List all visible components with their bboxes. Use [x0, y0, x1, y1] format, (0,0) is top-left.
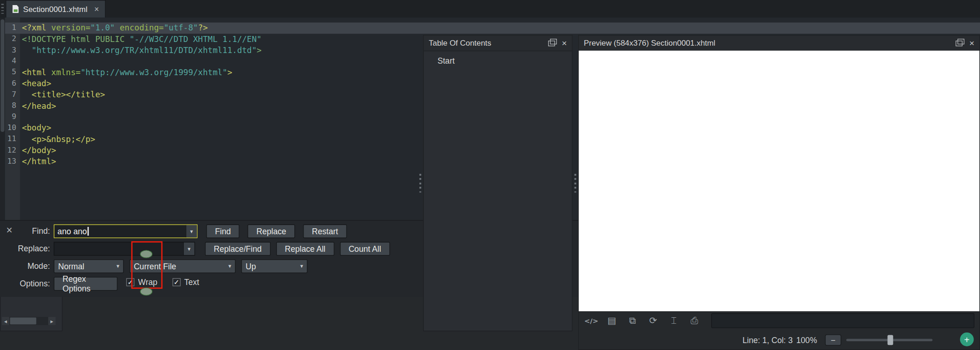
- line-number: 9: [5, 112, 20, 123]
- annotation-dot-top: [140, 250, 152, 258]
- line-number: 4: [5, 56, 20, 67]
- line-number: 5: [5, 67, 20, 78]
- copy-icon[interactable]: ⧉: [624, 313, 640, 328]
- html-file-icon: [12, 5, 19, 13]
- line-number: 2: [5, 34, 20, 45]
- vscroll-thumb[interactable]: [0, 19, 4, 132]
- tab-section0001[interactable]: Section0001.xhtml ×: [6, 0, 106, 18]
- dropdown-value: Up: [245, 261, 295, 271]
- status-line-col: Line: 1, Col: 3: [742, 336, 793, 345]
- toc-item-start[interactable]: Start: [424, 55, 572, 67]
- code-text: "http://www.w3.org/TR/xhtml11/DTD/xhtml1…: [20, 45, 262, 56]
- tab-label: Section0001.xhtml: [23, 5, 87, 13]
- checkbox-text-box[interactable]: ✓: [173, 278, 181, 286]
- find-dropdown-icon[interactable]: ▾: [185, 225, 197, 237]
- find-buttons-row: FindReplaceRestart: [206, 225, 347, 238]
- line-number: 7: [5, 89, 20, 101]
- preview-viewport[interactable]: [579, 51, 979, 311]
- code-text: <p>&nbsp;</p>: [20, 134, 95, 145]
- zoom-in-button[interactable]: +: [960, 332, 974, 346]
- find-value: ano ano: [58, 226, 87, 236]
- code-text: <head>: [20, 78, 51, 89]
- tab-bar: Section0001.xhtml ×: [0, 0, 980, 18]
- status-zoom-percent: 100%: [796, 336, 817, 345]
- code-view-icon[interactable]: </>: [583, 313, 599, 328]
- float-panel-icon[interactable]: [956, 40, 962, 46]
- restart-button[interactable]: Restart: [303, 225, 347, 238]
- cursor-icon[interactable]: ⌶: [666, 313, 682, 328]
- checkbox-label: Text: [184, 278, 199, 287]
- print-icon[interactable]: ⎙: [686, 313, 702, 328]
- line-number: 1: [5, 23, 20, 34]
- mode-dropdown-normal[interactable]: Normal▾: [54, 259, 124, 273]
- line-number: 10: [5, 123, 20, 134]
- line-number: 11: [5, 134, 20, 145]
- book-browser-hscrollbar[interactable]: ◂ ▸: [2, 317, 55, 325]
- line-number: 13: [5, 156, 20, 167]
- replace-dropdown-icon[interactable]: ▾: [183, 243, 194, 255]
- code-text: </head>: [20, 101, 56, 112]
- toc-panel: Table Of Contents × Start: [423, 35, 573, 331]
- toc-list: Start: [424, 55, 572, 67]
- code-text: </body>: [20, 145, 56, 156]
- code-text: [20, 112, 22, 123]
- replace-find-button[interactable]: Replace/Find: [205, 242, 270, 256]
- preview-toolbar-bar: [711, 313, 974, 328]
- replace-input[interactable]: ▾: [54, 242, 195, 256]
- code-text: </html>: [20, 156, 56, 167]
- text-cursor: [88, 227, 89, 236]
- annotation-rectangle: [131, 241, 162, 289]
- chevron-down-icon: ▾: [223, 263, 231, 270]
- hscroll-thumb[interactable]: [10, 318, 36, 325]
- zoom-slider[interactable]: [846, 339, 932, 341]
- find-button[interactable]: Find: [206, 225, 239, 238]
- replace-all-button[interactable]: Replace All: [276, 242, 334, 256]
- splitter-dots-icon: [574, 174, 576, 193]
- annotation-dot-bottom: [140, 287, 152, 296]
- close-tab-icon[interactable]: ×: [94, 4, 99, 13]
- preview-panel: Preview (584x376) Section0001.xhtml × </…: [578, 35, 980, 350]
- toc-header: Table Of Contents ×: [424, 36, 572, 51]
- code-text: <!DOCTYPE html PUBLIC "-//W3C//DTD XHTML…: [20, 34, 262, 45]
- toc-title: Table Of Contents: [429, 39, 545, 47]
- splitter-dots-icon: [419, 174, 421, 193]
- refresh-icon[interactable]: ⟳: [645, 313, 661, 328]
- line-number: 12: [5, 145, 20, 156]
- splitter-handle[interactable]: [418, 35, 423, 331]
- chevron-down-icon: ▾: [295, 263, 303, 270]
- checkbox-text[interactable]: ✓Text: [173, 278, 199, 287]
- find-input[interactable]: ano ano ▾: [54, 225, 197, 238]
- mode-dropdowns-row: Normal▾Current File▾Up▾: [54, 259, 307, 273]
- count-all-button[interactable]: Count All: [340, 242, 389, 256]
- preview-header: Preview (584x376) Section0001.xhtml ×: [579, 36, 979, 51]
- code-text: <title></title>: [20, 89, 105, 101]
- select-all-icon[interactable]: ▤: [604, 313, 620, 328]
- regex-options-button[interactable]: Regex Options: [54, 277, 117, 291]
- tabbar-grip-icon[interactable]: [1, 4, 4, 14]
- editor-vscrollbar[interactable]: [0, 18, 5, 220]
- replace-button[interactable]: Replace: [248, 225, 295, 238]
- code-text: <?xml version="1.0" encoding="utf-8"?>: [20, 23, 208, 34]
- code-text: [20, 56, 22, 67]
- chevron-down-icon: ▾: [112, 263, 120, 270]
- scroll-right-icon[interactable]: ▸: [48, 317, 55, 325]
- hscroll-track[interactable]: [9, 317, 48, 325]
- editor-panel: Section0001.xhtml × 1<?xml version="1.0"…: [0, 0, 355, 296]
- code-text: <html xmlns="http://www.w3.org/1999/xhtm…: [20, 67, 232, 78]
- splitter-handle[interactable]: [573, 35, 578, 331]
- float-panel-icon[interactable]: [548, 40, 555, 46]
- sigil-window: untitled.epub - epub2.0 - Sigil [std] ◀ …: [0, 0, 980, 350]
- close-panel-icon[interactable]: ×: [967, 39, 977, 47]
- line-number: 8: [5, 101, 20, 112]
- close-panel-icon[interactable]: ×: [559, 39, 569, 47]
- code-line-1[interactable]: 1<?xml version="1.0" encoding="utf-8"?>: [5, 23, 980, 34]
- preview-toolbar: </>▤⧉⟳⌶⎙: [579, 311, 979, 330]
- mode-label: Mode:: [0, 261, 50, 271]
- replace-buttons-row: Replace/FindReplace AllCount All: [205, 242, 390, 256]
- scroll-left-icon[interactable]: ◂: [2, 317, 9, 325]
- zoom-out-button[interactable]: −: [825, 334, 841, 345]
- code-text: <body>: [20, 123, 51, 134]
- zoom-slider-thumb[interactable]: [888, 335, 893, 345]
- line-number: 6: [5, 78, 20, 89]
- mode-dropdown-up[interactable]: Up▾: [241, 259, 308, 273]
